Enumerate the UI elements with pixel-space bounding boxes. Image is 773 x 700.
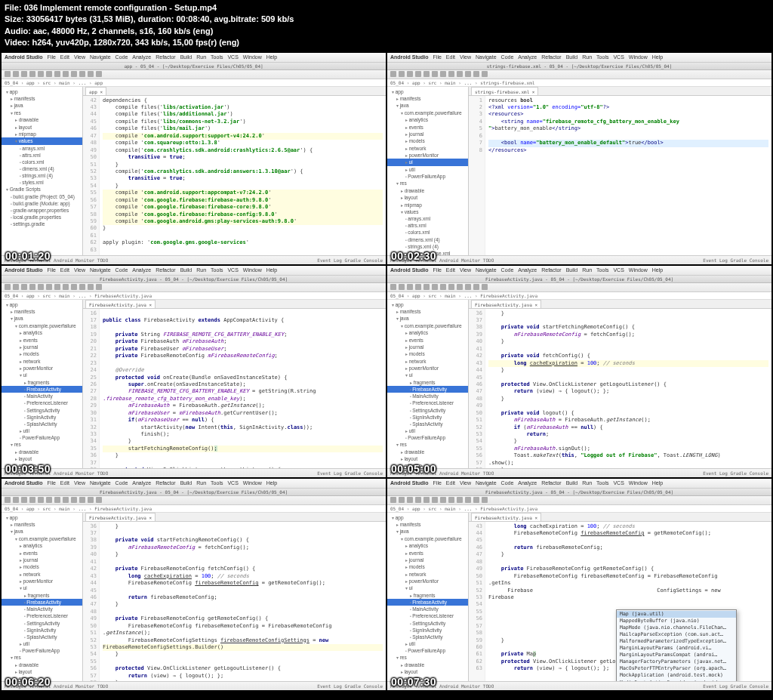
menu-file[interactable]: File: [433, 480, 442, 486]
toolbar-icon[interactable]: [54, 497, 60, 503]
menu-window[interactable]: Window: [243, 54, 262, 60]
footer-right[interactable]: Event Log Gradle Console: [703, 683, 768, 689]
tree-item[interactable]: Gradle Scripts: [2, 186, 82, 193]
completion-item[interactable]: MockApplication (android.test.mock): [617, 672, 736, 679]
toolbar-icon[interactable]: [407, 71, 413, 77]
tree-item[interactable]: PowerFailureApp: [2, 647, 82, 654]
tree-item[interactable]: network: [2, 571, 82, 578]
tree-item[interactable]: layout: [2, 668, 82, 675]
breadcrumb[interactable]: 05_04 › app › src › main › ... › Firebas…: [387, 505, 771, 513]
toolbar-icon[interactable]: [473, 71, 479, 77]
menu-build[interactable]: Build: [180, 267, 192, 273]
tree-item[interactable]: powerMonitor: [387, 152, 468, 159]
code-area[interactable]: public class FirebaseActivity extends Ap…: [100, 309, 386, 468]
tree-item[interactable]: PowerFailureApp: [387, 173, 468, 180]
tree-item[interactable]: values: [2, 137, 82, 144]
tree-item[interactable]: drawable: [387, 449, 468, 455]
toolbar-icon[interactable]: [29, 284, 35, 290]
menu-code[interactable]: Code: [115, 54, 128, 60]
code-area[interactable]: dependencies { compile files('libs/activ…: [100, 96, 386, 255]
toolbar-icon[interactable]: [13, 497, 19, 503]
completion-item[interactable]: MarginLayoutParamsCompat (androi…: [617, 652, 736, 658]
menu-navigate[interactable]: Navigate: [476, 480, 497, 486]
menu-analyze[interactable]: Analyze: [132, 54, 151, 60]
tree-item[interactable]: layout: [2, 124, 82, 131]
toolbar-icon[interactable]: [473, 284, 479, 290]
project-tree[interactable]: appmanifestsjavacom.example.powerfailure…: [387, 87, 469, 255]
tree-item[interactable]: java: [2, 528, 82, 535]
completion-item[interactable]: ManagerFactoryParameters (javax.net…: [617, 658, 736, 665]
tree-item[interactable]: util: [387, 166, 468, 173]
tree-item[interactable]: events: [2, 337, 82, 344]
menu-run[interactable]: Run: [582, 480, 592, 486]
footer-right[interactable]: Event Log Gradle Console: [703, 470, 768, 476]
tree-item[interactable]: analytics: [2, 542, 82, 549]
tree-item[interactable]: attrs.xml: [2, 152, 82, 159]
toolbar-icon[interactable]: [423, 284, 430, 290]
tree-item[interactable]: arrays.xml: [387, 215, 468, 222]
toolbar-icon[interactable]: [423, 71, 430, 77]
menu-build[interactable]: Build: [566, 480, 578, 486]
editor-tabs[interactable]: FirebaseActivity.java ×: [469, 300, 771, 309]
tree-item[interactable]: app: [2, 301, 82, 308]
menu-android-studio[interactable]: Android Studio: [390, 54, 429, 60]
tree-item[interactable]: arrays.xml: [2, 145, 82, 152]
menu-vcs[interactable]: VCS: [613, 480, 624, 486]
toolbar-icon[interactable]: [96, 71, 102, 77]
tree-item[interactable]: dimens.xml (4): [2, 165, 82, 172]
menu-navigate[interactable]: Navigate: [90, 267, 111, 273]
tree-item[interactable]: layout: [387, 455, 468, 462]
tree-item[interactable]: SplashActivity: [2, 421, 82, 427]
tree-item[interactable]: manifests: [2, 95, 82, 102]
tree-item[interactable]: models: [387, 350, 468, 357]
toolbar-icon[interactable]: [88, 71, 94, 77]
completion-item[interactable]: MacOsPeterFTPEntryParser (org.apach…: [617, 665, 736, 672]
tree-item[interactable]: SplashActivity: [2, 634, 82, 640]
tree-item[interactable]: util: [387, 427, 468, 434]
tree-item[interactable]: FirebaseActivity: [2, 386, 82, 393]
menu-vcs[interactable]: VCS: [227, 267, 238, 273]
tree-item[interactable]: mipmap: [387, 202, 468, 208]
tree-item[interactable]: gradle-wrapper.properties: [2, 207, 82, 214]
tree-item[interactable]: PreferenceListener: [2, 612, 82, 619]
tree-item[interactable]: drawable: [2, 116, 82, 123]
menu-help[interactable]: Help: [652, 54, 663, 60]
toolbar-icon[interactable]: [482, 497, 488, 503]
tree-item[interactable]: colors.xml: [2, 159, 82, 165]
tree-item[interactable]: powerMonitor: [2, 365, 82, 372]
tree-item[interactable]: settings.gradle: [2, 220, 82, 227]
menu-refactor[interactable]: Refactor: [156, 54, 175, 60]
tree-item[interactable]: network: [2, 358, 82, 365]
toolbar-icon[interactable]: [29, 497, 35, 503]
tree-item[interactable]: res: [2, 109, 82, 116]
active-tab[interactable]: strings-firebase.xml ×: [471, 87, 538, 95]
menu-vcs[interactable]: VCS: [227, 480, 238, 486]
menu-navigate[interactable]: Navigate: [90, 480, 111, 486]
toolbar-icon[interactable]: [407, 284, 413, 290]
menu-refactor[interactable]: Refactor: [156, 267, 175, 273]
tree-item[interactable]: build.gradle (Project: 05_04): [2, 193, 82, 200]
toolbar-icon[interactable]: [63, 284, 69, 290]
footer-right[interactable]: Event Log Gradle Console: [317, 257, 383, 263]
menu-refactor[interactable]: Refactor: [541, 480, 561, 486]
menu-edit[interactable]: Edit: [446, 267, 455, 273]
menu-help[interactable]: Help: [652, 267, 663, 273]
code-completion-popup[interactable]: Map (java.util)MappedByteBuffer (java.ni…: [616, 609, 737, 681]
toolbar-icon[interactable]: [29, 71, 35, 77]
tree-item[interactable]: analytics: [2, 329, 82, 336]
menu-help[interactable]: Help: [266, 267, 277, 273]
menu-tools[interactable]: Tools: [211, 480, 223, 486]
toolbar-icon[interactable]: [440, 71, 446, 77]
tree-item[interactable]: models: [387, 563, 468, 570]
code-editor[interactable]: 1617181920212223242526272829303132333435…: [83, 309, 386, 468]
tree-item[interactable]: SignInActivity: [387, 627, 468, 634]
menu-view[interactable]: View: [74, 54, 85, 60]
project-tree[interactable]: appmanifestsjavacom.example.powerfailure…: [387, 513, 469, 681]
tree-item[interactable]: SplashActivity: [387, 634, 468, 640]
tree-item[interactable]: build.gradle (Module: app): [2, 200, 82, 207]
tree-item[interactable]: SettingsActivity: [387, 407, 468, 414]
toolbar-icon[interactable]: [5, 497, 11, 503]
tree-item[interactable]: drawable: [387, 661, 468, 668]
tree-item[interactable]: manifests: [387, 95, 468, 102]
menu-help[interactable]: Help: [266, 480, 277, 486]
